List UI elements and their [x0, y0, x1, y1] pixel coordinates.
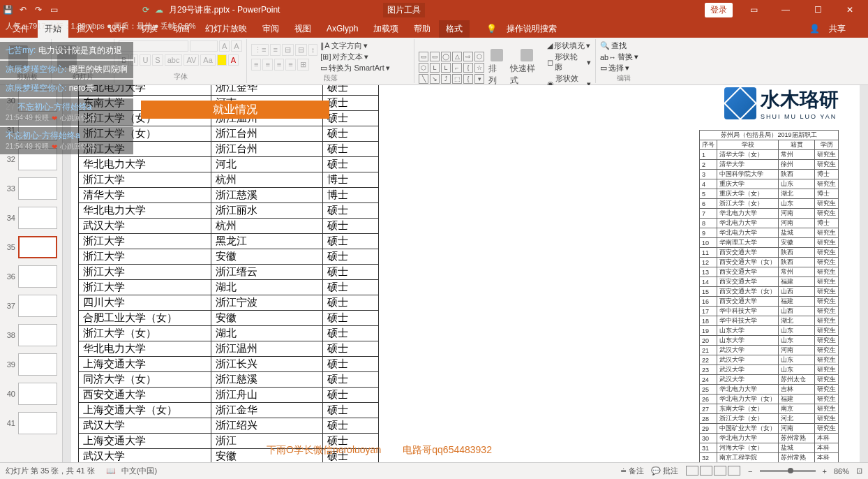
group-paragraph-label: 段落: [251, 73, 410, 83]
danmaku-line: 七苦my: 电力设计院是真的劝退: [0, 42, 133, 59]
login-button[interactable]: 登录: [705, 3, 733, 17]
table-row: 8华北电力大学河南博士: [700, 219, 839, 228]
tab-format[interactable]: 格式: [439, 20, 470, 38]
table-row: 19山东大学山东研究生: [700, 326, 839, 336]
thumbnail-36[interactable]: 36: [0, 264, 62, 289]
contextual-tab-label: 图片工具: [383, 3, 425, 17]
thumbnail-37[interactable]: 37: [0, 293, 62, 318]
status-bar: 幻灯片 第 35 张，共 41 张 📖 中文(中国) ≐ 备注 💬 批注 − +…: [0, 462, 868, 479]
table-row: 23武汉大学山东研究生: [700, 365, 839, 375]
redo-icon[interactable]: ↷: [33, 5, 43, 15]
thumbnail-38[interactable]: 38: [0, 323, 62, 348]
danmaku-line: 不忘初心-方得始终a21:54:49 投喂 ❤ 心跳回忆x1: [0, 127, 133, 154]
table-row: 浙江大学浙江缙云硕士: [79, 265, 379, 280]
thumbnail-41[interactable]: 41: [0, 411, 62, 436]
tab-addins[interactable]: 加载项: [366, 20, 405, 38]
ribbon-options-icon[interactable]: ▭: [738, 1, 769, 18]
table-row: 18华中科技大学湖北研究生: [700, 316, 839, 326]
table-row: 32南京工程学院苏州常熟本科: [700, 453, 839, 463]
tab-slideshow[interactable]: 幻灯片放映: [198, 20, 254, 38]
slide-canvas[interactable]: 就业情况 东北电力大学浙江金华硕士东南大学河南硕士浙江大学（女）浙江温州硕士浙江…: [63, 85, 868, 462]
table-row: 11西安交通大学陕西研究生: [700, 248, 839, 258]
share-button[interactable]: 👤 共享: [802, 20, 860, 38]
logo-icon: [724, 87, 756, 119]
table-row: 浙江大学杭州博士: [79, 172, 379, 188]
select-button[interactable]: ▭ 选择 ▾: [600, 63, 638, 73]
shapes-gallery[interactable]: ▭▭◯△⇨⬡ ⬡LL⌐{☆ ╲↘⤴⬚{▾: [419, 52, 484, 84]
title-bar: 💾 ↶ ↷ ▭ ⟳ ☁ 月29号讲座.pptx - PowerPoint 图片工…: [0, 0, 868, 20]
danmaku-line: 凉辰梦瑾空你心: nero哥: [0, 80, 133, 97]
shape-outline-button[interactable]: ◻ 形状轮廓 ▾: [547, 52, 591, 73]
tab-help[interactable]: 帮助: [407, 20, 437, 38]
thumbnail-40[interactable]: 40: [0, 381, 62, 406]
minimize-icon[interactable]: —: [770, 1, 801, 18]
tab-axglyph[interactable]: AxGlyph: [320, 21, 365, 36]
slideshow-icon[interactable]: ▭: [49, 5, 59, 15]
shape-fill-button[interactable]: ◢ 形状填充 ▾: [547, 40, 591, 51]
group-editing-label: 编辑: [600, 73, 648, 83]
comments-button[interactable]: 💬 批注: [651, 466, 678, 476]
table-row: 30华北电力大学苏州常熟本科: [700, 434, 839, 443]
quick-styles-button[interactable]: 快速样式: [509, 47, 544, 88]
thumbnail-34[interactable]: 34: [0, 205, 62, 230]
zoom-in-button[interactable]: +: [823, 467, 827, 476]
table-row: 14西安交通大学福建研究生: [700, 277, 839, 287]
font-style-buttons[interactable]: BIUSabcAVAaA: [119, 54, 239, 66]
table-row: 13西安交通大学常州研究生: [700, 267, 839, 277]
zoom-level[interactable]: 86%: [834, 467, 849, 476]
thumbnail-35[interactable]: 35: [0, 235, 62, 260]
thumbnail-39[interactable]: 39: [0, 352, 62, 377]
group-font-label: 字体: [119, 72, 242, 82]
fit-slide-button[interactable]: ⊡: [856, 466, 862, 476]
tab-view[interactable]: 视图: [287, 20, 318, 38]
font-family-selector[interactable]: AA: [119, 40, 242, 52]
close-icon[interactable]: ✕: [835, 1, 865, 18]
maximize-icon[interactable]: ☐: [802, 1, 833, 18]
align-text-button[interactable]: [⊞] 对齐文本 ▾: [320, 52, 389, 62]
language-indicator[interactable]: 中文(中国): [121, 466, 157, 476]
table-row: 浙江大学湖北硕士: [79, 280, 379, 295]
align-buttons[interactable]: ≡≡≡≡⊞: [251, 59, 317, 71]
table-row: 27东南大学（女）南京研究生: [700, 404, 839, 414]
table-row: 浙江大学黑龙江硕士: [79, 234, 379, 249]
table-row: 合肥工业大学（女）安徽硕士: [79, 311, 379, 326]
notes-button[interactable]: ≐ 备注: [620, 466, 644, 476]
suzhou-recruits-table: 苏州局（包括县局）2019届新职工序号学校籍贯学历1清华大学（女）常州研究生2清…: [699, 130, 839, 462]
view-buttons[interactable]: [685, 466, 741, 477]
table-row: 武汉大学杭州硕士: [79, 219, 379, 234]
arrange-button[interactable]: 排列: [487, 47, 506, 88]
stream-stats-overlay: 人气：7917 上行：1.89mbps ● 画质：最佳 ● 丢帧 0.0%: [6, 21, 195, 31]
table-row: 10华南理工大学安徽研究生: [700, 238, 839, 248]
table-row: 24武汉大学苏州太仓研究生: [700, 375, 839, 385]
table-row: 浙江大学安徽硕士: [79, 249, 379, 265]
table-row: 4重庆大学山东研究生: [700, 179, 839, 189]
table-row: 上海交通大学（女）浙江金华硕士: [79, 403, 379, 418]
slide-counter: 幻灯片 第 35 张，共 41 张: [6, 466, 95, 476]
thumbnail-33[interactable]: 33: [0, 176, 62, 201]
zoom-slider[interactable]: [760, 470, 816, 472]
table-row: 浙江大学（女）湖北硕士: [79, 326, 379, 341]
table-row: 武汉大学浙江绍兴硕士: [79, 418, 379, 434]
convert-smartart-button[interactable]: ▭ 转换为 SmartArt ▾: [320, 63, 389, 73]
text-direction-button[interactable]: ‖A 文字方向 ▾: [320, 40, 389, 51]
table-row: 9华北电力大学盐城研究生: [700, 228, 839, 238]
table-row: 29中国矿业大学（女）河南研究生: [700, 424, 839, 434]
tab-review[interactable]: 审阅: [255, 20, 286, 38]
sync-icon[interactable]: ☁: [155, 5, 163, 15]
save-icon[interactable]: 💾: [3, 5, 13, 15]
table-row: 12西安交通大学（女）陕西研究生: [700, 258, 839, 267]
table-row: 上海交通大学浙江长兴硕士: [79, 357, 379, 372]
table-row: 20山东大学山东研究生: [700, 336, 839, 346]
table-row: 7华北电力大学河南研究生: [700, 209, 839, 219]
autosave-icon[interactable]: ⟳: [142, 5, 149, 15]
find-button[interactable]: 🔍 查找: [600, 40, 638, 51]
table-row: 西安交通大学浙江舟山硕士: [79, 388, 379, 403]
undo-icon[interactable]: ↶: [18, 5, 28, 15]
list-buttons[interactable]: ⋮≡≡⊟⊟↕: [251, 44, 317, 56]
zoom-out-button[interactable]: −: [748, 467, 752, 476]
table-row: 华北电力大学浙江温州硕士: [79, 341, 379, 357]
tell-me-search[interactable]: 💡 操作说明搜索: [479, 17, 571, 40]
table-row: 1清华大学（女）常州研究生: [700, 150, 839, 160]
replace-button[interactable]: ab↔ 替换 ▾: [600, 52, 638, 62]
danmaku-overlay: 七苦my: 电力设计院是真的劝退凉辰梦瑾空你心: 哪里的铁四院啊凉辰梦瑾空你心:…: [0, 42, 133, 156]
